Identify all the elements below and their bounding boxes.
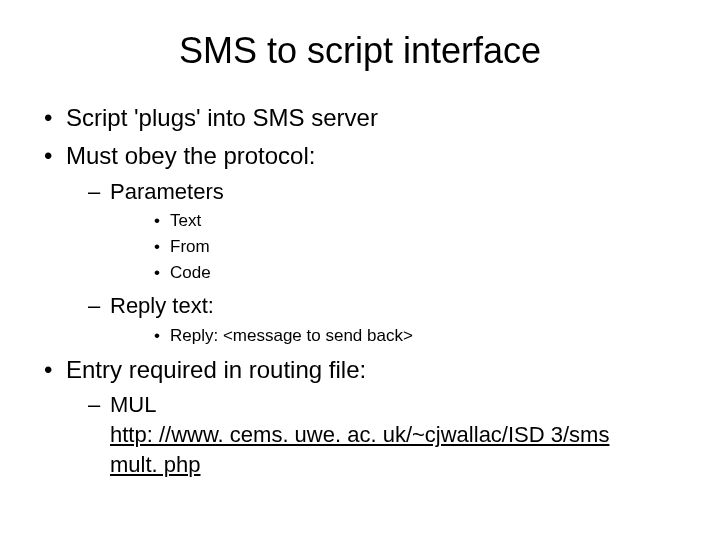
routing-url-link-continued[interactable]: mult. php xyxy=(110,450,680,480)
bullet-item: Code xyxy=(110,262,680,285)
slide: SMS to script interface Script 'plugs' i… xyxy=(0,0,720,505)
bullet-item: Entry required in routing file: MUL http… xyxy=(40,354,680,479)
bullet-list-level3: Text From Code xyxy=(110,210,680,285)
bullet-text: Entry required in routing file: xyxy=(66,356,366,383)
routing-url-link[interactable]: http: //www. cems. uwe. ac. uk/~cjwallac… xyxy=(110,422,609,447)
bullet-list-level2: Parameters Text From Code Repl xyxy=(66,177,680,348)
bullet-item: Parameters Text From Code xyxy=(66,177,680,286)
bullet-list-level3: Reply: <message to send back> xyxy=(110,325,680,348)
bullet-item: Text xyxy=(110,210,680,233)
bullet-item: Must obey the protocol: Parameters Text … xyxy=(40,140,680,348)
bullet-item: From xyxy=(110,236,680,259)
bullet-item: MUL http: //www. cems. uwe. ac. uk/~cjwa… xyxy=(66,390,680,479)
bullet-text: Script 'plugs' into SMS server xyxy=(66,104,378,131)
bullet-item: Script 'plugs' into SMS server xyxy=(40,102,680,134)
bullet-text: Text xyxy=(170,211,201,230)
slide-title: SMS to script interface xyxy=(40,30,680,72)
bullet-item: Reply text: Reply: <message to send back… xyxy=(66,291,680,348)
bullet-text: Reply: <message to send back> xyxy=(170,326,413,345)
bullet-text: Must obey the protocol: xyxy=(66,142,315,169)
bullet-text: Parameters xyxy=(110,179,224,204)
bullet-text: Code xyxy=(170,263,211,282)
bullet-text: Reply text: xyxy=(110,293,214,318)
bullet-list-level1: Script 'plugs' into SMS server Must obey… xyxy=(40,102,680,479)
bullet-list-level2: MUL http: //www. cems. uwe. ac. uk/~cjwa… xyxy=(66,390,680,479)
bullet-item: Reply: <message to send back> xyxy=(110,325,680,348)
bullet-text: MUL xyxy=(110,392,156,417)
bullet-text: From xyxy=(170,237,210,256)
